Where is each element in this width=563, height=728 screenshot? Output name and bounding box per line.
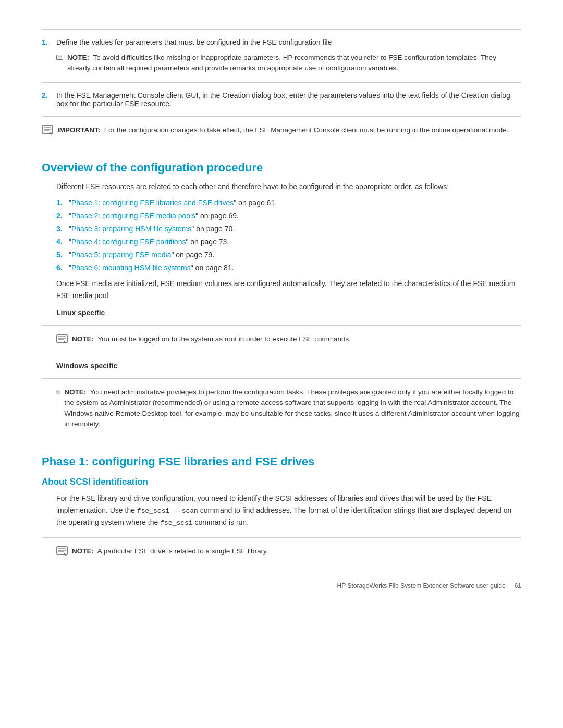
windows-note-content: NOTE: You need administrative privileges… [64, 387, 521, 429]
phase1-note-content: NOTE: A particular FSE drive is related … [72, 546, 268, 557]
ovstep-3-num: 3. [56, 224, 67, 235]
windows-label: Windows specific [56, 362, 521, 370]
note-1-text: To avoid difficulties like missing or in… [67, 54, 496, 72]
page-container: 1. Define the values for parameters that… [0, 0, 563, 605]
step-1-num: 1. [42, 38, 54, 46]
linux-label: Linux specific [56, 309, 521, 317]
footer-divider [510, 582, 510, 589]
windows-note-label: NOTE: [64, 388, 86, 396]
linux-note-label: NOTE: [72, 335, 94, 343]
windows-note-icon [56, 387, 60, 398]
linux-note-icon [56, 334, 68, 344]
ovstep-2-link[interactable]: Phase 2: configuring FSE media pools [71, 212, 195, 220]
linux-note-text: You must be logged on to the system as r… [97, 335, 351, 343]
ovstep-2-num: 2. [56, 211, 67, 221]
overview-step-6: 6. "Phase 6: mounting HSM file systems" … [56, 263, 521, 274]
about-scsi-title: About SCSI identification [42, 477, 521, 487]
overview-outro: Once FSE media are initialized, FSE medi… [56, 278, 521, 301]
phase1-note-text: A particular FSE drive is related to a s… [97, 547, 268, 555]
ovstep-1-text: "Phase 1: configuring FSE libraries and … [69, 198, 277, 208]
overview-step-5: 5. "Phase 5: preparing FSE media" on pag… [56, 250, 521, 261]
important-block: IMPORTANT: For the configuration changes… [42, 125, 521, 135]
phase1-note-block: NOTE: A particular FSE drive is related … [56, 546, 521, 557]
ovstep-3-link[interactable]: Phase 3: preparing HSM file systems [71, 225, 191, 233]
windows-note-text: You need administrative privileges to pe… [64, 388, 519, 428]
note-1-label: NOTE: [67, 54, 89, 61]
page-footer: HP StorageWorks File System Extender Sof… [337, 582, 521, 589]
phase1-code1: fse_scsi --scan [137, 507, 198, 515]
divider-after-note1 [42, 82, 521, 83]
important-text: For the configuration changes to take ef… [104, 126, 509, 134]
ovstep-6-text: "Phase 6: mounting HSM file systems" on … [69, 263, 234, 274]
step-2-text: In the FSE Management Console client GUI… [56, 91, 521, 108]
ovstep-4-num: 4. [56, 237, 67, 248]
ovstep-2-text: "Phase 2: configuring FSE media pools" o… [69, 211, 239, 221]
overview-step-2: 2. "Phase 2: configuring FSE media pools… [56, 211, 521, 221]
overview-step-1: 1. "Phase 1: configuring FSE libraries a… [56, 198, 521, 208]
note-block-1: NOTE: To avoid difficulties like missing… [56, 53, 521, 74]
ovstep-1-num: 1. [56, 198, 67, 208]
step-1-text: Define the values for parameters that mu… [56, 38, 521, 46]
overview-step-4: 4. "Phase 4: configuring FSE partitions"… [56, 237, 521, 248]
phase1-note-icon [56, 546, 68, 557]
content-area: 1. Define the values for parameters that… [42, 29, 521, 565]
phase1-body-text3: command is run. [193, 518, 249, 526]
divider-phase1-note [42, 537, 521, 538]
footer-product: HP StorageWorks File System Extender Sof… [337, 582, 506, 589]
step-2-num: 2. [42, 91, 54, 108]
divider-after-important [42, 144, 521, 144]
svg-rect-0 [57, 55, 63, 60]
ovstep-6-link[interactable]: Phase 6: mounting HSM file systems [71, 264, 191, 272]
important-content: IMPORTANT: For the configuration changes… [57, 125, 509, 135]
important-label: IMPORTANT: [57, 126, 100, 134]
important-icon [42, 125, 53, 135]
divider-bottom [42, 565, 521, 565]
top-divider [42, 29, 521, 30]
ovstep-6-num: 6. [56, 263, 67, 274]
step-2: 2. In the FSE Management Console client … [42, 91, 521, 108]
footer-page-num: 61 [515, 582, 521, 589]
divider-after-windows-note [42, 438, 521, 438]
divider-windows [42, 378, 521, 379]
ovstep-4-link[interactable]: Phase 4: configuring FSE partitions [71, 238, 186, 246]
divider-linux [42, 325, 521, 326]
phase1-note-label: NOTE: [72, 547, 94, 555]
phase1-body: For the FSE library and drive configurat… [56, 492, 521, 529]
linux-note-content: NOTE: You must be logged on to the syste… [72, 334, 351, 344]
linux-note-block: NOTE: You must be logged on to the syste… [56, 334, 521, 344]
phase1-code2: fse_scsi [160, 519, 192, 527]
overview-steps: 1. "Phase 1: configuring FSE libraries a… [56, 198, 521, 274]
ovstep-3-text: "Phase 3: preparing HSM file systems" on… [69, 224, 235, 235]
ovstep-1-link[interactable]: Phase 1: configuring FSE libraries and F… [71, 199, 234, 207]
note-1-content: NOTE: To avoid difficulties like missing… [67, 53, 521, 74]
top-step-list-2: 2. In the FSE Management Console client … [42, 91, 521, 108]
ovstep-5-text: "Phase 5: preparing FSE media" on page 7… [69, 250, 214, 261]
note-icon-1 [56, 53, 63, 63]
overview-intro: Different FSE resources are related to e… [56, 181, 521, 192]
step-1: 1. Define the values for parameters that… [42, 38, 521, 46]
ovstep-4-text: "Phase 4: configuring FSE partitions" on… [69, 237, 229, 248]
divider-after-step2 [42, 116, 521, 117]
top-step-list: 1. Define the values for parameters that… [42, 38, 521, 46]
overview-step-3: 3. "Phase 3: preparing HSM file systems"… [56, 224, 521, 235]
ovstep-5-num: 5. [56, 250, 67, 261]
divider-after-linux-note [42, 353, 521, 353]
windows-note-block: NOTE: You need administrative privileges… [56, 387, 521, 429]
phase1-title: Phase 1: configuring FSE libraries and F… [42, 451, 521, 468]
ovstep-5-link[interactable]: Phase 5: preparing FSE media [71, 251, 171, 259]
overview-title: Overview of the configuration procedure [42, 157, 521, 175]
